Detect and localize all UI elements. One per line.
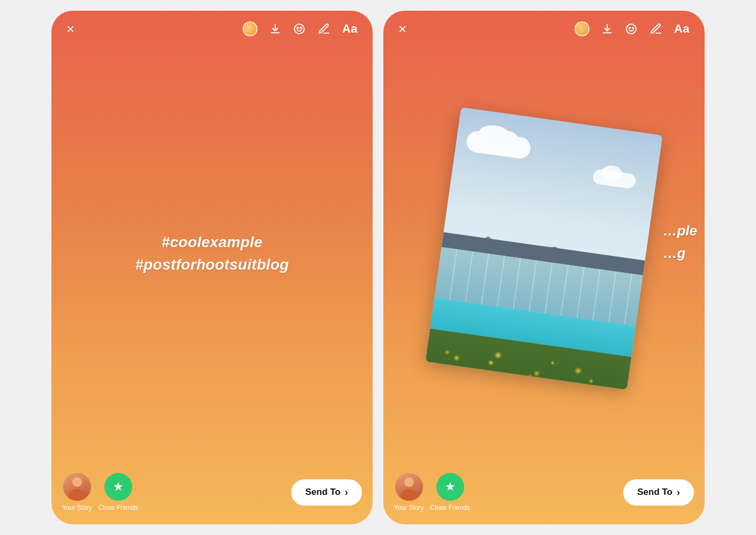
- your-story-label-left: Your Story: [62, 504, 92, 511]
- close-button-right[interactable]: ×: [398, 22, 406, 36]
- svg-point-4: [629, 27, 630, 28]
- svg-point-2: [300, 27, 301, 28]
- sticker-icon-right[interactable]: [625, 22, 638, 35]
- star-icon-right: ★: [445, 480, 456, 494]
- star-icon-left: ★: [113, 480, 124, 494]
- download-icon-right[interactable]: [601, 23, 613, 35]
- svg-point-1: [297, 27, 298, 28]
- sticker-icon[interactable]: [293, 22, 306, 35]
- top-bar-right: ×: [383, 11, 705, 43]
- draw-icon-right[interactable]: [649, 22, 662, 35]
- close-friends-button-right[interactable]: ★: [436, 473, 464, 501]
- close-friends-option-left[interactable]: ★ Close Friends: [99, 473, 138, 511]
- story-photo: [425, 107, 662, 389]
- story-content-left: #coolexample #postforhootsuitblog: [51, 43, 373, 464]
- hashtag-overlay-right: …ple…g: [663, 220, 697, 264]
- color-circle-icon-right[interactable]: [574, 21, 589, 36]
- story-content-right: …ple…g: [383, 43, 705, 464]
- text-tool-button-right[interactable]: Aa: [674, 23, 690, 35]
- send-chevron-right: ›: [677, 487, 680, 498]
- your-story-label-right: Your Story: [394, 504, 424, 511]
- toolbar-icons: Aa: [243, 21, 358, 36]
- bottom-bar-right: Your Story ★ Close Friends Send To ›: [383, 464, 705, 524]
- cloud-2: [592, 169, 637, 189]
- hashtag-text: #coolexample #postforhootsuitblog: [135, 231, 289, 276]
- send-to-label-right: Send To: [637, 487, 672, 498]
- draw-icon[interactable]: [317, 22, 330, 35]
- bottom-bar-left: Your Story ★ Close Friends Send To ›: [51, 464, 373, 524]
- svg-point-3: [626, 24, 636, 34]
- photo-sky: [442, 107, 663, 275]
- close-friends-option-right[interactable]: ★ Close Friends: [430, 473, 470, 511]
- avatar-right: [395, 473, 423, 501]
- close-friends-label-left: Close Friends: [99, 504, 138, 511]
- avatar-left: [63, 473, 91, 501]
- download-icon[interactable]: [269, 23, 281, 35]
- phone-left: ×: [51, 11, 373, 524]
- close-button[interactable]: ×: [66, 22, 74, 36]
- your-story-option-left[interactable]: Your Story: [62, 473, 92, 511]
- phone-right: ×: [383, 11, 705, 524]
- send-chevron-left: ›: [345, 487, 348, 498]
- top-bar-left: ×: [51, 11, 373, 43]
- close-friends-button-left[interactable]: ★: [104, 473, 132, 501]
- svg-point-5: [632, 27, 633, 28]
- close-friends-label-right: Close Friends: [430, 504, 470, 511]
- toolbar-icons-right: Aa: [574, 21, 690, 36]
- color-circle-icon[interactable]: [243, 21, 258, 36]
- text-tool-button[interactable]: Aa: [342, 23, 358, 35]
- cloud-1: [465, 129, 532, 159]
- send-to-label-left: Send To: [305, 487, 341, 498]
- send-to-button-left[interactable]: Send To ›: [291, 479, 362, 506]
- your-story-option-right[interactable]: Your Story: [394, 473, 424, 511]
- svg-point-0: [294, 24, 304, 34]
- send-to-button-right[interactable]: Send To ›: [623, 479, 694, 506]
